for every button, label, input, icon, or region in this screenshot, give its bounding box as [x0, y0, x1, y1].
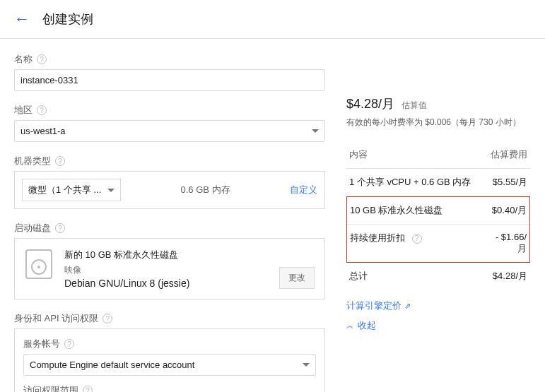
disk-title: 新的 10 GB 标准永久性磁盘: [64, 249, 279, 261]
help-icon[interactable]: ?: [412, 234, 422, 244]
external-link-icon: ⇗: [404, 302, 411, 311]
boot-disk-label: 启动磁盘: [14, 222, 51, 234]
pricing-link[interactable]: 计算引擎定价 ⇗: [346, 299, 530, 312]
cost-row: 1 个共享 vCPU + 0.6 GB 内存 $5.55/月: [346, 169, 530, 196]
estimate-label: 估算值: [402, 100, 427, 110]
back-arrow-icon[interactable]: ←: [14, 10, 30, 28]
cost-total-value: $4.28/月: [493, 270, 527, 283]
machine-memory: 0.6 GB 内存: [128, 184, 283, 196]
name-input[interactable]: [14, 69, 325, 91]
cost-item-label: 持续使用折扣 ?: [350, 232, 496, 255]
change-disk-button[interactable]: 更改: [279, 267, 315, 289]
monthly-price: $4.28/月: [346, 97, 394, 111]
machine-type-value: 微型（1 个共享 ...: [28, 184, 101, 196]
caret-down-icon: [303, 363, 310, 367]
caret-down-icon: [312, 129, 319, 133]
collapse-link[interactable]: ︽ 收起: [346, 319, 530, 332]
help-icon[interactable]: ?: [64, 339, 74, 349]
help-icon[interactable]: ?: [102, 314, 112, 323]
scope-label: 访问权限范围: [23, 384, 78, 392]
hourly-rate: 有效的每小时费率为 $0.006（每月 730 小时）: [346, 117, 530, 129]
cost-header-cost: 估算费用: [491, 148, 527, 161]
customize-link[interactable]: 自定义: [290, 184, 317, 196]
help-icon[interactable]: ?: [37, 54, 47, 64]
page-title: 创建实例: [42, 11, 93, 28]
machine-type-label: 机器类型: [14, 155, 51, 167]
cost-row: 持续使用折扣 ? - $1.66/ 月: [347, 225, 529, 262]
cost-item-label: 1 个共享 vCPU + 0.6 GB 内存: [349, 176, 493, 189]
service-account-select[interactable]: Compute Engine default service account: [23, 354, 316, 376]
service-account-value: Compute Engine default service account: [30, 360, 194, 370]
help-icon[interactable]: ?: [37, 105, 47, 115]
cost-item-label: 10 GB 标准永久性磁盘: [350, 204, 492, 217]
service-account-label: 服务帐号: [23, 338, 60, 350]
cost-item-value: $5.55/月: [493, 176, 527, 189]
cost-row: 10 GB 标准永久性磁盘 $0.40/月: [347, 197, 529, 225]
cost-item-value: - $1.66/ 月: [496, 232, 527, 255]
name-label: 名称: [14, 53, 33, 66]
cost-total-label: 总计: [349, 270, 368, 283]
cost-item-value: $0.40/月: [492, 204, 527, 217]
help-icon[interactable]: ?: [83, 386, 93, 392]
zone-value: us-west1-a: [20, 126, 66, 136]
help-icon[interactable]: ?: [55, 223, 65, 233]
caret-down-icon: [107, 189, 115, 192]
disk-icon: [25, 249, 53, 280]
zone-label: 地区: [14, 104, 33, 117]
help-icon[interactable]: ?: [55, 156, 65, 166]
zone-select[interactable]: us-west1-a: [14, 120, 325, 142]
disk-image-label: 映像: [64, 264, 279, 276]
cost-header-item: 内容: [349, 148, 368, 161]
chevron-up-icon: ︽: [346, 321, 353, 331]
svg-point-2: [37, 266, 40, 268]
machine-type-select[interactable]: 微型（1 个共享 ...: [22, 179, 121, 201]
disk-os: Debian GNU/Linux 8 (jessie): [64, 278, 279, 289]
identity-label: 身份和 API 访问权限: [14, 312, 98, 325]
